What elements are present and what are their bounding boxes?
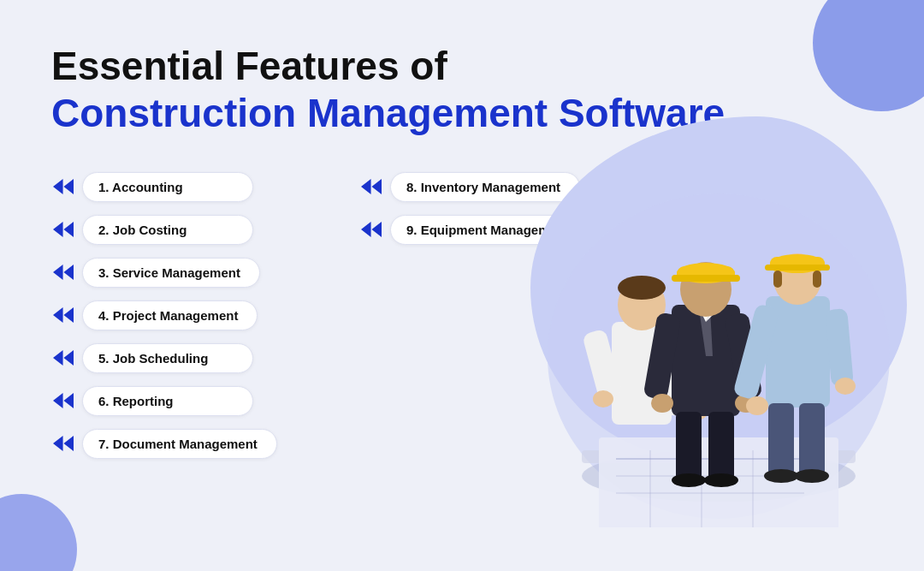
arrow-icon: [51, 257, 82, 288]
arrow-icon: [51, 342, 82, 373]
feature-pill[interactable]: 1. Accounting: [82, 172, 253, 202]
feature-pill[interactable]: 2. Job Costing: [82, 215, 253, 245]
svg-rect-42: [672, 275, 740, 282]
svg-marker-16: [361, 222, 371, 237]
svg-marker-8: [53, 350, 63, 366]
svg-point-50: [704, 473, 738, 487]
feature-pill[interactable]: 3. Service Management: [82, 258, 260, 288]
arrow-icon: [51, 428, 82, 459]
svg-point-65: [795, 469, 829, 483]
svg-point-49: [672, 473, 706, 487]
svg-rect-48: [708, 412, 734, 480]
svg-point-64: [764, 469, 798, 483]
feature-item-6: 6. Reporting: [51, 385, 359, 416]
svg-marker-9: [63, 350, 74, 366]
illustration-area: [479, 99, 924, 527]
arrow-icon: [359, 214, 390, 245]
svg-rect-56: [773, 271, 782, 288]
svg-marker-3: [63, 222, 74, 237]
svg-point-45: [651, 394, 673, 413]
arrow-icon: [359, 171, 390, 202]
feature-pill[interactable]: 4. Project Management: [82, 300, 258, 330]
svg-marker-2: [53, 222, 63, 237]
svg-marker-10: [53, 393, 63, 408]
left-column: 1. Accounting 2. Job Costing 3. Service …: [51, 171, 359, 459]
svg-point-30: [618, 276, 666, 300]
svg-point-61: [835, 378, 856, 395]
feature-item-3: 3. Service Management: [51, 257, 359, 288]
arrow-icon: [51, 171, 82, 202]
svg-rect-57: [813, 271, 821, 288]
svg-marker-14: [361, 179, 371, 194]
feature-item-4: 4. Project Management: [51, 300, 359, 330]
svg-rect-47: [676, 412, 702, 480]
feature-item-5: 5. Job Scheduling: [51, 342, 359, 373]
svg-marker-4: [53, 265, 63, 280]
feature-pill[interactable]: 6. Reporting: [82, 386, 253, 416]
svg-marker-0: [53, 179, 63, 194]
svg-marker-15: [371, 179, 382, 194]
svg-marker-1: [63, 179, 74, 194]
svg-point-60: [746, 396, 768, 415]
arrow-icon: [51, 214, 82, 245]
svg-rect-63: [799, 403, 825, 476]
arrow-icon: [51, 385, 82, 416]
svg-marker-6: [53, 307, 63, 323]
svg-marker-5: [63, 265, 74, 280]
svg-marker-12: [53, 436, 63, 451]
svg-rect-62: [768, 403, 794, 476]
svg-marker-7: [63, 307, 74, 323]
deco-circle-bottom-left: [0, 494, 77, 571]
arrow-icon: [51, 300, 82, 330]
feature-item-1: 1. Accounting: [51, 171, 359, 202]
svg-rect-55: [765, 265, 830, 271]
feature-item-2: 2. Job Costing: [51, 214, 359, 245]
content-section: 1. Accounting 2. Job Costing 3. Service …: [0, 163, 924, 459]
svg-marker-17: [371, 222, 382, 237]
svg-marker-13: [63, 436, 74, 451]
workers-illustration: [479, 134, 924, 527]
feature-pill[interactable]: 5. Job Scheduling: [82, 343, 253, 373]
svg-point-33: [593, 390, 613, 407]
feature-item-7: 7. Document Management: [51, 428, 359, 459]
title-line1: Essential Features of: [51, 43, 873, 90]
feature-pill[interactable]: 7. Document Management: [82, 429, 277, 459]
svg-marker-11: [63, 393, 74, 408]
